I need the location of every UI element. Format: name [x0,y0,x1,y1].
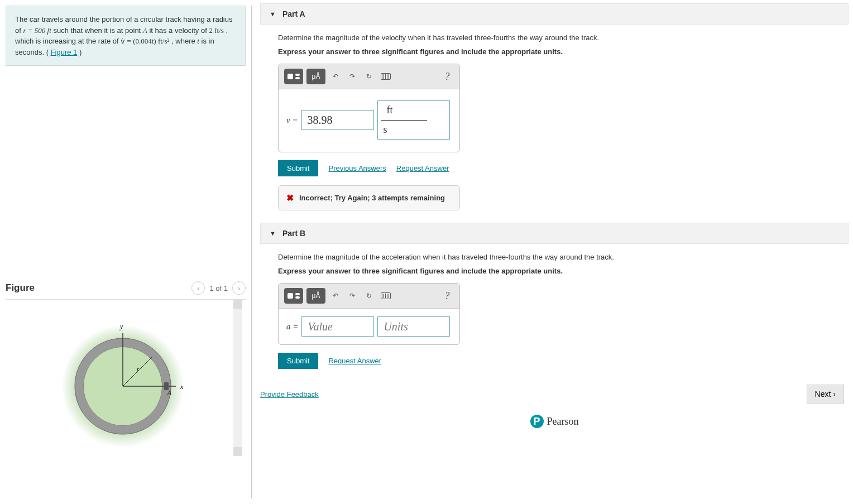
y-axis-label: y [119,323,123,330]
part-b-units-input[interactable] [377,316,450,337]
next-button[interactable]: Next › [807,385,844,404]
car-icon [164,382,169,390]
pearson-label: Pearson [547,416,579,428]
part-b-var-label: a = [286,322,298,332]
help-button[interactable]: ? [440,289,454,303]
redo-button[interactable]: ↷ [346,289,359,303]
templates-button[interactable] [284,69,303,84]
previous-answers-link[interactable]: Previous Answers [328,164,386,172]
unit-denominator: s [378,121,449,140]
figure-title: Figure [6,282,35,294]
footer-brand: P Pearson [260,404,849,428]
reset-button[interactable]: ↻ [362,70,376,83]
problem-text-5: , where [171,37,197,45]
part-a-title: Part A [282,9,305,18]
rate-expression: v̇ = (0.004t) ft/s² [121,37,169,45]
problem-text-close: ) [79,48,82,56]
figure-diagram: y x r A [42,305,209,450]
r-label: r [137,366,140,372]
part-b-request-answer-link[interactable]: Request Answer [328,357,381,365]
help-button[interactable]: ? [440,70,454,83]
part-b-submit-button[interactable]: Submit [278,353,318,369]
templates-button[interactable] [284,288,303,304]
undo-button[interactable]: ↶ [329,289,342,303]
part-b-question: Determine the magnitude of the accelerat… [278,253,844,261]
part-a-units-input[interactable]: ft s [377,100,450,140]
x-axis-label: x [180,383,184,391]
chevron-right-icon: › [833,390,836,399]
figure-next-button[interactable]: › [232,281,246,295]
incorrect-icon: ✖ [286,193,294,203]
part-b-answer-box: μÅ ↶ ↷ ↻ ? a = [278,283,460,345]
figure-link[interactable]: Figure 1 [51,48,78,56]
problem-statement: The car travels around the portion of a … [6,6,246,66]
part-a-var-label: v = [286,116,298,125]
part-b-title: Part B [282,229,305,238]
provide-feedback-link[interactable]: Provide Feedback [260,390,319,399]
figure-prev-button[interactable]: ‹ [191,281,205,295]
keyboard-button[interactable] [379,289,392,303]
next-label: Next [815,390,831,399]
point-a-label: A [143,26,147,35]
part-a-question: Determine the magnitude of the velocity … [278,33,844,42]
part-a-answer-box: μÅ ↶ ↷ ↻ ? v = ft s [278,64,460,152]
redo-button[interactable]: ↷ [346,70,359,83]
part-b-instruction: Express your answer to three significant… [278,267,844,275]
part-a-request-answer-link[interactable]: Request Answer [396,164,449,172]
v0-expression: 2 ft/s [209,26,223,35]
radius-expression: r = 500 ft [23,26,51,35]
collapse-icon: ▼ [270,11,276,17]
special-chars-button[interactable]: μÅ [306,288,325,304]
keyboard-button[interactable] [379,70,392,83]
reset-button[interactable]: ↻ [362,289,376,303]
part-a-header[interactable]: ▼ Part A [260,3,849,25]
part-a-submit-button[interactable]: Submit [278,160,318,176]
part-b-header[interactable]: ▼ Part B [260,223,849,244]
problem-text-3: it has a velocity of [149,26,209,35]
feedback-message: Incorrect; Try Again; 3 attempts remaini… [299,194,445,202]
unit-numerator: ft [381,101,427,121]
part-a-feedback: ✖ Incorrect; Try Again; 3 attempts remai… [278,185,460,210]
t-label: t [197,37,199,45]
pearson-logo-icon: P [530,415,544,428]
undo-button[interactable]: ↶ [329,70,342,83]
problem-text-2: such that when it is at point [53,26,142,35]
special-chars-button[interactable]: μÅ [306,69,325,84]
collapse-icon: ▼ [270,230,276,237]
part-a-instruction: Express your answer to three significant… [278,47,844,56]
figure-scrollbar[interactable] [233,300,242,456]
part-a-value-input[interactable] [301,110,374,130]
part-b-value-input[interactable] [301,316,374,337]
figure-page-label: 1 of 1 [209,284,228,292]
